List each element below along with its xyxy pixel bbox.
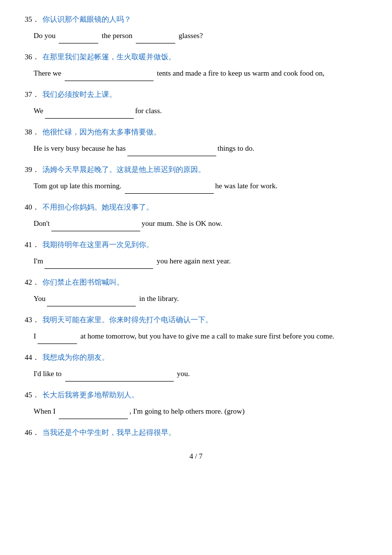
- q45-english: When I , I'm going to help others more. …: [34, 404, 367, 419]
- q45-number: 45．: [25, 390, 39, 400]
- q41-number: 41．: [25, 240, 39, 250]
- q37-english: We for class.: [34, 103, 367, 119]
- q38-chinese: 他很忙碌，因为他有太多事情要做。: [42, 128, 161, 137]
- q35-blank2: [136, 28, 175, 43]
- page-footer: 4 / 7: [25, 452, 367, 461]
- q39-blank1: [125, 178, 214, 194]
- q40-chinese: 不用担心你妈妈。她现在没事了。: [42, 203, 154, 212]
- q41-english: I'm you here again next year.: [34, 254, 367, 269]
- question-41-header: 41． 我期待明年在这里再一次见到你。: [25, 240, 367, 250]
- q45-blank1: [59, 404, 128, 419]
- question-40-header: 40． 不用担心你妈妈。她现在没事了。: [25, 203, 367, 212]
- question-44: 44． 我想成为你的朋友。 I'd like to you.: [25, 353, 367, 382]
- question-36: 36． 在那里我们架起帐篷，生火取暖并做饭。 There we tents an…: [25, 52, 367, 81]
- q35-blank1: [59, 28, 98, 43]
- question-45: 45． 长大后我将更多地帮助别人。 When I , I'm going to …: [25, 390, 367, 419]
- q44-blank1: [65, 366, 174, 382]
- question-45-header: 45． 长大后我将更多地帮助别人。: [25, 390, 367, 400]
- q36-chinese: 在那里我们架起帐篷，生火取暖并做饭。: [42, 52, 176, 62]
- q40-english: Don't your mum. She is OK now.: [34, 216, 367, 231]
- q44-english: I'd like to you.: [34, 366, 367, 382]
- q42-number: 42．: [25, 278, 39, 287]
- question-39: 39． 汤姆今天早晨起晚了。这就是他上班迟到的原因。 Tom got up la…: [25, 165, 367, 194]
- q42-blank1: [47, 291, 136, 306]
- q42-chinese: 你们禁止在图书馆喊叫。: [42, 278, 124, 287]
- q36-blank1: [65, 66, 154, 81]
- q43-blank1: [38, 329, 77, 344]
- question-35-header: 35． 你认识那个戴眼镜的人吗？: [25, 15, 367, 24]
- question-35: 35． 你认识那个戴眼镜的人吗？ Do you the person glass…: [25, 15, 367, 43]
- question-44-header: 44． 我想成为你的朋友。: [25, 353, 367, 362]
- q37-blank1: [45, 103, 134, 119]
- q40-blank1: [51, 216, 140, 231]
- q35-number: 35．: [25, 15, 39, 24]
- q37-number: 37．: [25, 90, 39, 99]
- q42-english: You in the library.: [34, 291, 367, 306]
- question-41: 41． 我期待明年在这里再一次见到你。 I'm you here again n…: [25, 240, 367, 269]
- question-37: 37． 我们必须按时去上课。 We for class.: [25, 90, 367, 119]
- question-43: 43． 我明天可能在家里。你来时得先打个电话确认一下。 I at home to…: [25, 315, 367, 344]
- q41-chinese: 我期待明年在这里再一次见到你。: [42, 240, 154, 250]
- q43-number: 43．: [25, 315, 39, 325]
- q36-english: There we tents and made a fire to keep u…: [34, 66, 367, 81]
- question-43-header: 43． 我明天可能在家里。你来时得先打个电话确认一下。: [25, 315, 367, 325]
- q39-english: Tom got up late this morning. he was lat…: [34, 178, 367, 194]
- q38-english: He is very busy because he has things to…: [34, 141, 367, 156]
- q35-chinese: 你认识那个戴眼镜的人吗？: [42, 15, 131, 24]
- question-36-header: 36． 在那里我们架起帐篷，生火取暖并做饭。: [25, 52, 367, 62]
- page-number: 4 / 7: [190, 452, 203, 460]
- q46-number: 46．: [25, 428, 39, 437]
- question-37-header: 37． 我们必须按时去上课。: [25, 90, 367, 99]
- question-42: 42． 你们禁止在图书馆喊叫。 You in the library.: [25, 278, 367, 306]
- q39-number: 39．: [25, 165, 39, 174]
- q41-blank1: [44, 254, 153, 269]
- question-46-header: 46． 当我还是个中学生时，我早上起得很早。: [25, 428, 367, 437]
- q46-chinese: 当我还是个中学生时，我早上起得很早。: [42, 428, 176, 437]
- question-46: 46． 当我还是个中学生时，我早上起得很早。: [25, 428, 367, 437]
- q36-number: 36．: [25, 52, 39, 62]
- question-38: 38． 他很忙碌，因为他有太多事情要做。 He is very busy bec…: [25, 128, 367, 156]
- q44-number: 44．: [25, 353, 39, 362]
- q45-chinese: 长大后我将更多地帮助别人。: [42, 390, 139, 400]
- q35-english: Do you the person glasses?: [34, 28, 367, 43]
- q43-english: I at home tomorrow, but you have to give…: [34, 329, 367, 344]
- q39-chinese: 汤姆今天早晨起晚了。这就是他上班迟到的原因。: [42, 165, 205, 174]
- q38-number: 38．: [25, 128, 39, 137]
- q43-chinese: 我明天可能在家里。你来时得先打个电话确认一下。: [42, 315, 213, 325]
- question-39-header: 39． 汤姆今天早晨起晚了。这就是他上班迟到的原因。: [25, 165, 367, 174]
- q40-number: 40．: [25, 203, 39, 212]
- question-40: 40． 不用担心你妈妈。她现在没事了。 Don't your mum. She …: [25, 203, 367, 231]
- q38-blank1: [127, 141, 216, 156]
- q44-chinese: 我想成为你的朋友。: [42, 353, 109, 362]
- q37-chinese: 我们必须按时去上课。: [42, 90, 117, 99]
- question-42-header: 42． 你们禁止在图书馆喊叫。: [25, 278, 367, 287]
- question-38-header: 38． 他很忙碌，因为他有太多事情要做。: [25, 128, 367, 137]
